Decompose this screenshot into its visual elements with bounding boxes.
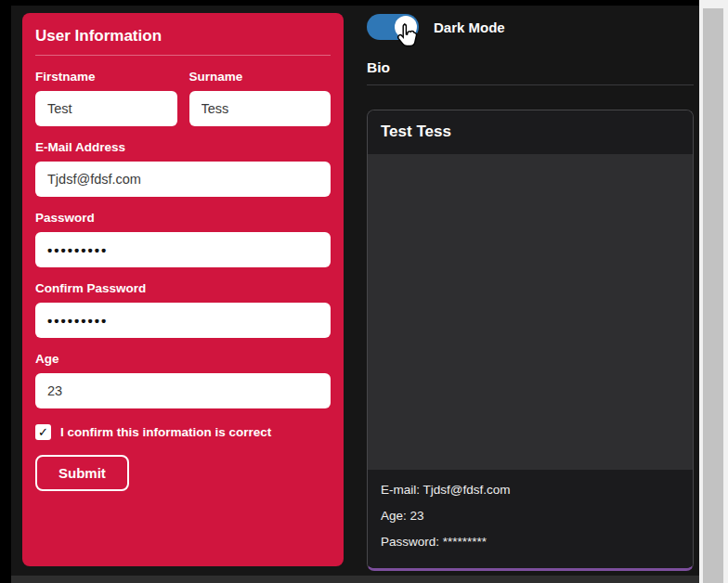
surname-label: Surname [189,70,332,84]
surname-input[interactable] [189,91,332,126]
email-label: E-Mail Address [35,140,331,154]
dark-mode-toggle[interactable] [367,14,419,40]
bio-heading: Bio [367,59,694,76]
user-information-panel: User Information Firstname Surname E-Mai… [22,13,344,566]
firstname-label: Firstname [35,70,177,84]
bio-card-body [368,154,693,470]
confirm-password-input[interactable] [35,303,331,338]
submit-button[interactable]: Submit [35,455,129,491]
scrollbar-track[interactable] [699,0,728,583]
bio-card: Test Tess E-mail: Tjdsf@fdsf.com Age: 23… [367,110,694,571]
bio-email-line: E-mail: Tjdsf@fdsf.com [381,481,680,499]
checkmark-icon: ✓ [38,425,48,439]
window-bottom-edge [11,576,699,583]
password-input[interactable] [35,232,331,267]
dark-mode-label: Dark Mode [434,19,505,35]
bio-card-title: Test Tess [368,110,693,154]
bio-age-line: Age: 23 [381,507,680,525]
bio-section: Dark Mode Bio Test Tess E-mail: Tjdsf@fd… [367,13,694,571]
panel-title: User Information [35,27,331,45]
age-input[interactable] [35,373,331,408]
age-label: Age [35,352,331,366]
toggle-knob [395,16,417,38]
bio-card-footer: E-mail: Tjdsf@fdsf.com Age: 23 Password:… [368,470,693,568]
confirm-checkbox[interactable]: ✓ [35,424,51,440]
confirm-password-label: Confirm Password [35,281,331,295]
firstname-input[interactable] [35,91,177,126]
email-input[interactable] [35,162,331,197]
scrollbar-thumb[interactable] [703,8,723,583]
confirm-checkbox-label[interactable]: I confirm this information is correct [60,425,271,439]
bio-password-line: Password: ********* [381,533,680,551]
password-label: Password [35,211,331,225]
divider [367,84,694,85]
